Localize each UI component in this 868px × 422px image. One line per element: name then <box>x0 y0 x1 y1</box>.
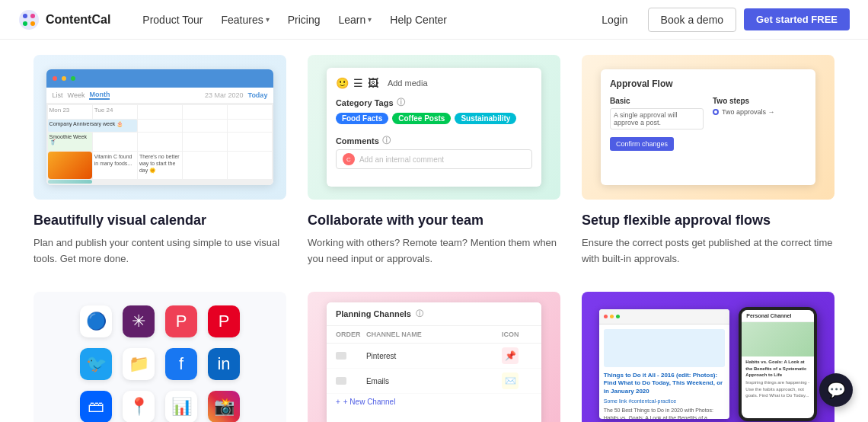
emails-badge: ✉️ <box>502 372 519 389</box>
approval-basic-option: Basic A single approval will approve a p… <box>610 97 704 129</box>
toolbar-dot-green <box>71 76 75 81</box>
feature-card-collaborate: 🙂 ☰ 🖼 Add media Category Tags ⓘ Food Fac… <box>308 55 560 267</box>
nav-features[interactable]: Features ▾ <box>213 9 276 30</box>
nav-links: Product Tour Features ▾ Pricing Learn ▾ … <box>135 9 589 30</box>
collab-media-icons: 🙂 ☰ 🖼 <box>336 77 378 89</box>
approval-feature-title: Setup flexible approval flows <box>582 212 834 229</box>
calendar-date: 23 Mar 2020 <box>205 91 244 99</box>
list-tab: List <box>53 91 63 99</box>
planning-row-pinterest: Pinterest 📌 <box>327 344 541 369</box>
pocket-icon: P <box>165 305 197 337</box>
calendar-toolbar <box>46 69 274 88</box>
cal-empty-5 <box>138 133 182 151</box>
feature-card-sharing: Things to Do it All - 2016 (edit: Photos… <box>582 292 834 422</box>
svg-point-3 <box>23 21 27 26</box>
list-icon: ☰ <box>353 77 363 89</box>
article-hero-image <box>604 329 726 367</box>
smiley-icon: 🙂 <box>336 77 349 89</box>
confirm-changes-button[interactable]: Confirm changes <box>610 137 674 151</box>
drag-handle-icon <box>336 352 346 360</box>
pinterest-badge-icon: 📌 <box>505 350 516 361</box>
browser-dot-yellow <box>610 315 614 318</box>
month-tab: Month <box>89 91 110 100</box>
feature-card-planning: Planning Channels ⓘ ORDER CHANNEL NAME I… <box>308 292 560 422</box>
book-demo-button[interactable]: Book a demo <box>648 8 737 32</box>
comments-label: Comments ⓘ <box>336 135 532 146</box>
channel-name-pinterest: Pinterest <box>366 352 502 360</box>
nav-pricing[interactable]: Pricing <box>280 9 328 30</box>
collaborate-image: 🙂 ☰ 🖼 Add media Category Tags ⓘ Food Fac… <box>308 55 560 200</box>
google-sheets-icon: 📊 <box>165 391 197 422</box>
comment-input[interactable]: C Add an internal comment <box>336 149 532 169</box>
planning-column-headers: ORDER CHANNEL NAME ICON <box>327 326 541 344</box>
calendar-mock: List Week Month 23 Mar 2020 Today Mon 23… <box>46 69 274 185</box>
cal-day-4 <box>183 105 227 119</box>
mobile-screen: Personal Channel Habits vs. Goals: A Loo… <box>742 310 814 418</box>
nav-help-center[interactable]: Help Center <box>382 9 455 30</box>
chat-widget-button[interactable]: 💬 <box>819 373 853 407</box>
calendar-feature-title: Beautifully visual calendar <box>34 212 286 229</box>
article-body: The 50 Best Things to Do in 2020 with Ph… <box>604 407 726 419</box>
cal-text-post-1: Vitamin C found in many foods... <box>93 152 137 179</box>
tag-sustainability: Sustainability <box>455 113 516 124</box>
tools-grid: 🔵 ✳ P P 🐦 📁 f in 🗃 📍 📊 📸 <box>72 298 247 422</box>
feature-card-calendar: List Week Month 23 Mar 2020 Today Mon 23… <box>34 55 286 267</box>
nav-learn[interactable]: Learn ▾ <box>331 9 380 30</box>
collaborate-feature-title: Collaborate with your team <box>308 212 560 229</box>
mobile-article-content: Habits vs. Goals: A Look at the Benefits… <box>742 356 814 401</box>
week-tab: Week <box>68 91 85 99</box>
category-info-icon: ⓘ <box>397 97 405 108</box>
emails-badge-icon: ✉️ <box>505 376 516 386</box>
add-channel-button[interactable]: + + New Channel <box>327 394 541 410</box>
logo[interactable]: ContentCal <box>18 9 110 30</box>
approval-image: Approval Flow Basic A single approval wi… <box>582 55 834 200</box>
basic-desc: A single approval will approve a post. <box>610 108 704 129</box>
add-media-label: Add media <box>388 78 428 88</box>
toolbar-dot-yellow <box>62 76 66 81</box>
nav-product-tour[interactable]: Product Tour <box>135 9 210 30</box>
svg-point-2 <box>30 14 35 18</box>
two-steps-label: Two steps <box>713 97 806 105</box>
planning-info-icon: ⓘ <box>416 309 423 319</box>
pinterest-icon: P <box>208 305 240 337</box>
cal-event-1: Company Anniversary week 🎂 <box>48 120 137 133</box>
calendar-feature-desc: Plan and publish your content using simp… <box>34 235 286 267</box>
get-started-button[interactable]: Get started FREE <box>744 8 850 30</box>
contentcal-logo-icon <box>18 9 40 30</box>
cal-day-1: Mon 23 <box>48 105 92 119</box>
collaborate-feature-desc: Working with others? Remote team? Mentio… <box>308 235 560 267</box>
svg-point-0 <box>19 10 39 30</box>
feature-card-approval: Approval Flow Basic A single approval wi… <box>582 55 834 267</box>
tag-coffee-posts: Coffee Posts <box>392 113 451 124</box>
linkedin-icon: in <box>208 348 240 380</box>
planning-image: Planning Channels ⓘ ORDER CHANNEL NAME I… <box>308 292 560 422</box>
instagram-icon: 📸 <box>208 391 240 422</box>
planning-mock: Planning Channels ⓘ ORDER CHANNEL NAME I… <box>327 302 541 422</box>
svg-point-4 <box>30 21 35 26</box>
comment-placeholder: Add an internal comment <box>359 155 444 164</box>
login-button[interactable]: Login <box>589 8 640 31</box>
article-title: Things to Do it All - 2016 (edit: Photos… <box>604 372 726 395</box>
category-label: Category Tags ⓘ <box>336 97 532 108</box>
chat-icon: 💬 <box>827 381 846 399</box>
today-button: Today <box>248 91 268 99</box>
cal-empty-4 <box>93 133 137 151</box>
sharing-image: Things to Do it All - 2016 (edit: Photos… <box>582 292 834 422</box>
collab-add-media-row: 🙂 ☰ 🖼 Add media <box>336 77 532 89</box>
cal-empty-9 <box>228 152 272 179</box>
plus-icon: + <box>336 398 340 406</box>
mobile-app-header: Personal Channel <box>742 310 814 322</box>
logo-text: ContentCal <box>46 13 110 27</box>
sharing-mobile-mock: Personal Channel Habits vs. Goals: A Loo… <box>739 307 817 421</box>
name-col-header: CHANNEL NAME <box>366 331 502 338</box>
features-chevron-icon: ▾ <box>266 15 270 24</box>
cal-empty-3 <box>228 120 272 133</box>
google-my-business-icon: 📍 <box>123 391 155 422</box>
drag-handle-icon-2 <box>336 377 346 385</box>
article-url: Some link #contentcal-practice <box>604 398 726 404</box>
cal-image-post <box>48 152 92 179</box>
mobile-hero-image <box>742 322 814 356</box>
learn-chevron-icon: ▾ <box>368 15 372 24</box>
nav-actions: Login Book a demo Get started FREE <box>589 8 850 32</box>
cal-day-2: Tue 24 <box>93 105 137 119</box>
